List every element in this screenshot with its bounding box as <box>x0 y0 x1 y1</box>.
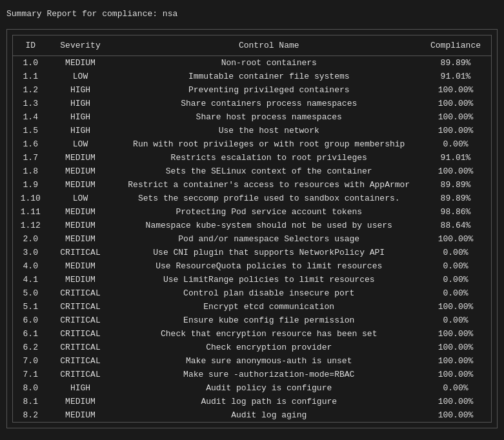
table-body: 1.0MEDIUMNon-root containers89.89%1.1LOW… <box>13 56 492 423</box>
cell-severity: CRITICAL <box>48 368 113 381</box>
table-row: 1.10LOWSets the seccomp profile used to … <box>13 192 492 205</box>
table-row: 1.1LOWImmutable container file systems91… <box>13 70 492 83</box>
cell-control-name: Pod and/or namespace Selectors usage <box>113 232 425 246</box>
cell-control-name: Share containers process namespaces <box>113 97 425 110</box>
cell-id: 4.0 <box>13 259 48 273</box>
compliance-table: ID Severity Control Name Compliance 1.0M… <box>12 35 492 423</box>
table-wrapper: ID Severity Control Name Compliance 1.0M… <box>6 29 498 428</box>
table-row: 6.1CRITICALCheck that encryption resourc… <box>13 327 492 341</box>
cell-control-name: Restricts escalation to root privileges <box>113 151 425 165</box>
cell-id: 2.0 <box>13 232 48 246</box>
cell-compliance: 100.00% <box>425 354 492 368</box>
header-control-name: Control Name <box>113 35 425 56</box>
cell-id: 1.0 <box>13 56 48 70</box>
table-row: 1.6LOWRun with root privileges or with r… <box>13 137 492 151</box>
cell-severity: CRITICAL <box>48 300 113 314</box>
cell-compliance: 0.00% <box>425 314 492 327</box>
table-row: 1.3HIGHShare containers process namespac… <box>13 97 492 110</box>
header-compliance: Compliance <box>425 35 492 56</box>
cell-compliance: 0.00% <box>425 246 492 259</box>
cell-id: 3.0 <box>13 246 48 259</box>
report-title: Summary Report for compliance: nsa <box>6 6 498 21</box>
cell-severity: MEDIUM <box>48 56 113 70</box>
cell-severity: MEDIUM <box>48 165 113 178</box>
cell-severity: MEDIUM <box>48 259 113 273</box>
cell-compliance: 100.00% <box>425 395 492 408</box>
cell-compliance: 100.00% <box>425 408 492 423</box>
cell-control-name: Control plan disable insecure port <box>113 286 425 300</box>
cell-severity: HIGH <box>48 124 113 137</box>
table-header: ID Severity Control Name Compliance <box>13 35 492 56</box>
cell-id: 1.2 <box>13 83 48 97</box>
cell-id: 5.0 <box>13 286 48 300</box>
cell-control-name: Non-root containers <box>113 56 425 70</box>
cell-severity: MEDIUM <box>48 178 113 192</box>
cell-id: 1.4 <box>13 110 48 124</box>
cell-compliance: 0.00% <box>425 286 492 300</box>
cell-control-name: Restrict a container's access to resourc… <box>113 178 425 192</box>
table-row: 8.1MEDIUMAudit log path is configure100.… <box>13 395 492 408</box>
cell-control-name: Use LimitRange policies to limit resourc… <box>113 273 425 286</box>
cell-severity: HIGH <box>48 83 113 97</box>
table-row: 5.1CRITICALEncrypt etcd communication100… <box>13 300 492 314</box>
cell-severity: MEDIUM <box>48 205 113 219</box>
cell-id: 6.2 <box>13 341 48 354</box>
cell-compliance: 100.00% <box>425 341 492 354</box>
cell-compliance: 100.00% <box>425 124 492 137</box>
cell-severity: MEDIUM <box>48 232 113 246</box>
table-row: 5.0CRITICALControl plan disable insecure… <box>13 286 492 300</box>
table-row: 1.5HIGHUse the host network100.00% <box>13 124 492 137</box>
table-row: 1.0MEDIUMNon-root containers89.89% <box>13 56 492 70</box>
cell-id: 4.1 <box>13 273 48 286</box>
cell-compliance: 100.00% <box>425 327 492 341</box>
cell-control-name: Make sure anonymous-auth is unset <box>113 354 425 368</box>
cell-control-name: Use CNI plugin that supports NetworkPoli… <box>113 246 425 259</box>
cell-compliance: 100.00% <box>425 97 492 110</box>
cell-id: 7.1 <box>13 368 48 381</box>
cell-control-name: Audit log path is configure <box>113 395 425 408</box>
cell-id: 1.3 <box>13 97 48 110</box>
cell-id: 1.7 <box>13 151 48 165</box>
header-id: ID <box>13 35 48 56</box>
table-row: 6.0CRITICALEnsure kube config file permi… <box>13 314 492 327</box>
cell-compliance: 91.01% <box>425 151 492 165</box>
cell-control-name: Use ResourceQuota policies to limit reso… <box>113 259 425 273</box>
cell-id: 1.10 <box>13 192 48 205</box>
table-row: 1.7MEDIUMRestricts escalation to root pr… <box>13 151 492 165</box>
cell-control-name: Audit policy is configure <box>113 381 425 395</box>
report-container: Summary Report for compliance: nsa ID Se… <box>6 6 498 428</box>
cell-control-name: Sets the seccomp profile used to sandbox… <box>113 192 425 205</box>
cell-control-name: Check that encryption resource has been … <box>113 327 425 341</box>
cell-id: 7.0 <box>13 354 48 368</box>
cell-severity: CRITICAL <box>48 354 113 368</box>
cell-severity: CRITICAL <box>48 246 113 259</box>
cell-compliance: 89.89% <box>425 192 492 205</box>
cell-control-name: Preventing privileged containers <box>113 83 425 97</box>
table-row: 3.0CRITICALUse CNI plugin that supports … <box>13 246 492 259</box>
cell-control-name: Use the host network <box>113 124 425 137</box>
table-row: 8.0HIGHAudit policy is configure0.00% <box>13 381 492 395</box>
table-row: 1.2HIGHPreventing privileged containers1… <box>13 83 492 97</box>
cell-id: 1.1 <box>13 70 48 83</box>
table-row: 1.4HIGHShare host process namespaces100.… <box>13 110 492 124</box>
table-row: 4.1MEDIUMUse LimitRange policies to limi… <box>13 273 492 286</box>
cell-compliance: 100.00% <box>425 83 492 97</box>
cell-compliance: 98.86% <box>425 205 492 219</box>
cell-control-name: Make sure -authorization-mode=RBAC <box>113 368 425 381</box>
cell-severity: MEDIUM <box>48 273 113 286</box>
cell-id: 8.2 <box>13 408 48 423</box>
header-severity: Severity <box>48 35 113 56</box>
table-row: 7.0CRITICALMake sure anonymous-auth is u… <box>13 354 492 368</box>
cell-control-name: Audit log aging <box>113 408 425 423</box>
cell-severity: LOW <box>48 192 113 205</box>
cell-severity: CRITICAL <box>48 327 113 341</box>
cell-control-name: Encrypt etcd communication <box>113 300 425 314</box>
table-row: 6.2CRITICALCheck encryption provider100.… <box>13 341 492 354</box>
cell-control-name: Immutable container file systems <box>113 70 425 83</box>
cell-severity: HIGH <box>48 97 113 110</box>
cell-control-name: Check encryption provider <box>113 341 425 354</box>
cell-control-name: Ensure kube config file permission <box>113 314 425 327</box>
table-row: 8.2MEDIUMAudit log aging100.00% <box>13 408 492 423</box>
cell-compliance: 0.00% <box>425 137 492 151</box>
cell-compliance: 88.64% <box>425 219 492 232</box>
